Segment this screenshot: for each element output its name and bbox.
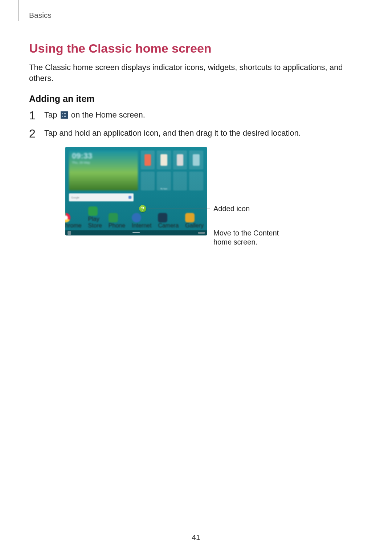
grid-icon — [141, 151, 155, 169]
grid-icon — [157, 151, 171, 169]
dock-item-chrome: Chrome — [65, 213, 82, 229]
grid-label: My Apps — [157, 188, 171, 190]
top-widgets: 09:33 Thu, 29 May My Apps — [69, 151, 203, 190]
dock-item-playstore: Play Store — [88, 206, 102, 229]
step-number: 2 — [29, 125, 36, 142]
dock-item-gallery: Gallery — [185, 213, 204, 229]
manual-page: Basics Using the Classic home screen The… — [0, 0, 392, 554]
mic-icon — [128, 196, 131, 199]
step-text: Tap and hold an application icon, and th… — [44, 128, 301, 138]
grid-icon — [141, 172, 155, 190]
search-placeholder: Google — [71, 196, 79, 199]
home-indicator — [132, 232, 140, 233]
step-2: 2 Tap and hold an application icon, and … — [29, 127, 363, 139]
dock-item-internet: Internet — [132, 213, 151, 229]
added-app-icon: ? — [139, 205, 146, 212]
dock-item-camera: Camera — [158, 213, 179, 229]
apps-grid-icon — [61, 111, 68, 119]
tray-icon — [198, 232, 205, 234]
grid-icon — [173, 172, 187, 190]
step-1: 1 Tap on the Home screen. — [29, 109, 363, 121]
step-text: on the Home screen. — [69, 110, 145, 119]
nav-bar — [65, 230, 207, 235]
page-number: 41 — [0, 533, 392, 542]
subheading: Adding an item — [29, 94, 363, 104]
google-search-bar: Google — [69, 193, 134, 201]
dock-item-phone: Phone — [109, 213, 125, 229]
step-list: 1 Tap on the Home screen. 2 Tap and hold… — [29, 109, 363, 139]
intro-paragraph: The Classic home screen displays indicat… — [29, 62, 363, 83]
dock: Apps Chrome Play Store Phone Internet Ca… — [65, 214, 207, 229]
grid-icon — [189, 151, 203, 169]
figure: 09:33 Thu, 29 May My Apps Google — [65, 147, 327, 235]
breadcrumb: Basics — [29, 11, 363, 20]
weather-clock-widget: 09:33 Thu, 29 May — [69, 151, 138, 190]
clock-text: 09:33 — [72, 151, 92, 161]
tablet-screenshot: 09:33 Thu, 29 May My Apps Google — [65, 147, 207, 235]
app-icon-grid: My Apps — [141, 151, 203, 190]
date-text: Thu, 29 May — [72, 161, 90, 164]
grid-icon — [189, 172, 203, 190]
step-text: Tap — [44, 110, 60, 119]
header-rule — [18, 0, 19, 21]
recent-icon — [68, 231, 71, 235]
callout-added-icon: Added icon — [213, 204, 250, 213]
callout-move: Move to the Content home screen. — [213, 229, 290, 247]
grid-icon — [173, 151, 187, 169]
section-title: Using the Classic home screen — [29, 41, 363, 56]
step-number: 1 — [29, 107, 36, 124]
grid-icon: My Apps — [157, 172, 171, 190]
